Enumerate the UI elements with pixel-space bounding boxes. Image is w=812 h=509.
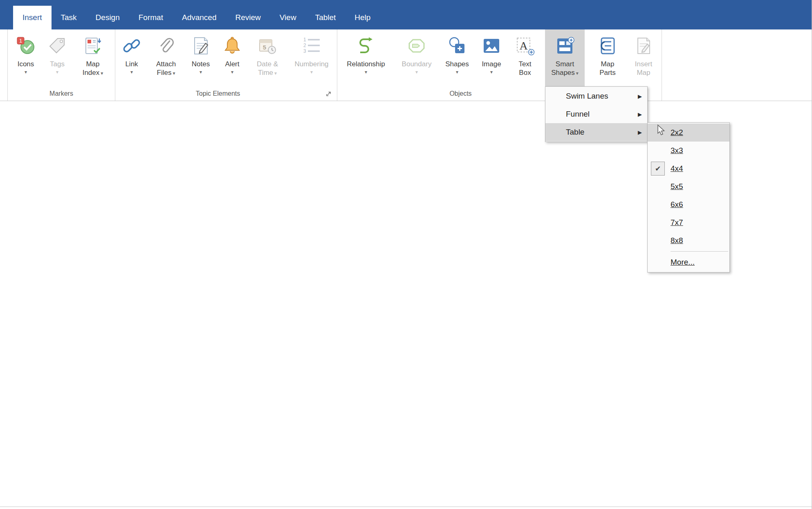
- ribbon-button-label: Map Parts: [599, 60, 616, 77]
- menu-item-table[interactable]: Table ▶: [545, 123, 647, 141]
- tab-insert[interactable]: Insert: [13, 6, 52, 29]
- ribbon-button-label: Boundary: [402, 60, 432, 68]
- ribbon-button-insert-map: Insert Map: [630, 29, 657, 86]
- numbering-icon: 123: [302, 36, 321, 56]
- ribbon-button-map-parts[interactable]: Map Parts: [592, 29, 623, 86]
- chevron-down-icon: ▾: [415, 69, 418, 75]
- ribbon-button-date-time: 5 Date & Time▾: [252, 29, 283, 86]
- ribbon-group-markers: 1 Icons ▾ Tags ▾ Map Index▾ Markers: [8, 29, 115, 101]
- ribbon-button-shapes[interactable]: Shapes ▾: [444, 29, 471, 86]
- chevron-down-icon: ▾: [576, 70, 579, 76]
- tab-format[interactable]: Format: [129, 6, 173, 29]
- submenu-item-5x5[interactable]: 5x5: [648, 178, 729, 196]
- ribbon-button-label: Notes: [192, 60, 210, 68]
- ribbon-button-boundary: Boundary ▾: [397, 29, 436, 86]
- link-icon: [122, 36, 141, 56]
- text-box-icon: A: [515, 36, 535, 56]
- tab-view[interactable]: View: [270, 6, 306, 29]
- chevron-down-icon: ▾: [365, 69, 367, 75]
- tab-help[interactable]: Help: [345, 6, 380, 29]
- svg-text:1: 1: [19, 38, 22, 44]
- submenu-item-8x8[interactable]: 8x8: [648, 232, 729, 250]
- submenu-arrow-icon: ▶: [638, 111, 642, 117]
- smart-shapes-icon: [555, 36, 575, 56]
- menu-item-swim-lanes[interactable]: Swim Lanes ▶: [545, 87, 647, 105]
- ribbon-spacer: [0, 29, 7, 101]
- boundary-icon: [407, 36, 426, 56]
- chevron-down-icon: ▾: [25, 69, 27, 75]
- chevron-down-icon: ▾: [200, 69, 202, 75]
- ribbon-button-label: Link: [125, 60, 138, 68]
- ribbon-button-label: Tags: [50, 60, 65, 68]
- ribbon-button-label: Date & Time▾: [257, 60, 278, 78]
- submenu-item-3x3[interactable]: 3x3: [648, 142, 729, 160]
- chevron-down-icon: ▾: [130, 69, 133, 75]
- table-size-submenu: 2x2 3x3 ✔ 4x4 5x5 6x6 7x7 8x8 More...: [647, 122, 730, 273]
- submenu-item-6x6[interactable]: 6x6: [648, 196, 729, 214]
- ribbon-button-label: Icons: [18, 60, 34, 68]
- tab-tablet[interactable]: Tablet: [306, 6, 345, 29]
- tab-task[interactable]: Task: [52, 6, 86, 29]
- ribbon-button-attach-files[interactable]: Attach Files▾: [151, 29, 181, 86]
- tab-design[interactable]: Design: [86, 6, 129, 29]
- chevron-down-icon: ▾: [231, 69, 233, 75]
- ribbon-button-label: Map Index▾: [83, 60, 103, 78]
- chevron-down-icon: ▾: [173, 70, 175, 76]
- shapes-icon: [447, 36, 467, 56]
- ribbon-group-topic-elements: Link ▾ Attach Files▾ Notes ▾ Alert ▾: [115, 29, 337, 101]
- group-divider: [662, 29, 662, 101]
- ribbon-button-label: Relationship: [347, 60, 385, 68]
- submenu-item-7x7[interactable]: 7x7: [648, 214, 729, 232]
- relationship-icon: [356, 36, 376, 56]
- map-parts-icon: [598, 36, 617, 56]
- ribbon-button-image[interactable]: Image ▾: [478, 29, 505, 86]
- ribbon-button-alert[interactable]: Alert ▾: [221, 29, 244, 86]
- ribbon-button-text-box[interactable]: A Text Box: [512, 29, 538, 86]
- ribbon-button-label: Alert: [225, 60, 240, 68]
- chevron-down-icon: ▾: [310, 69, 313, 75]
- icons-marker-icon: 1: [16, 36, 36, 56]
- tab-review[interactable]: Review: [226, 6, 270, 29]
- ribbon-button-icons[interactable]: 1 Icons ▾: [13, 29, 39, 86]
- menu-item-funnel[interactable]: Funnel ▶: [545, 105, 647, 123]
- image-icon: [482, 36, 501, 56]
- alert-bell-icon: [222, 36, 242, 56]
- notes-icon: [191, 36, 211, 56]
- tag-icon: [47, 36, 67, 56]
- ribbon-button-smart-shapes[interactable]: Smart Shapes▾: [545, 29, 585, 86]
- map-index-icon: [83, 36, 103, 56]
- ribbon-button-link[interactable]: Link ▾: [120, 29, 143, 86]
- calendar-clock-icon: 5: [258, 36, 277, 56]
- svg-text:A: A: [519, 39, 528, 52]
- svg-text:3: 3: [303, 48, 306, 54]
- submenu-arrow-icon: ▶: [638, 93, 642, 99]
- submenu-item-more[interactable]: More...: [648, 253, 729, 271]
- menubar: Insert Task Design Format Advanced Revie…: [0, 0, 812, 29]
- ribbon-button-label: Numbering: [294, 60, 328, 68]
- submenu-item-4x4[interactable]: ✔ 4x4: [648, 160, 729, 178]
- submenu-item-2x2[interactable]: 2x2: [648, 124, 729, 142]
- group-label-topic-elements: Topic Elements: [115, 90, 321, 97]
- checkmark-icon: ✔: [651, 162, 665, 176]
- smart-shapes-menu: Swim Lanes ▶ Funnel ▶ Table ▶: [545, 86, 648, 142]
- svg-text:1: 1: [303, 37, 306, 43]
- insert-map-icon: [634, 36, 653, 56]
- window-bottom-edge: [0, 507, 812, 507]
- ribbon-button-relationship[interactable]: Relationship ▾: [342, 29, 390, 86]
- svg-text:5: 5: [263, 44, 266, 51]
- ribbon-button-notes[interactable]: Notes ▾: [189, 29, 213, 86]
- chevron-down-icon: ▾: [490, 69, 493, 75]
- paperclip-icon: [156, 36, 176, 56]
- ribbon-button-map-index[interactable]: Map Index▾: [76, 29, 110, 86]
- ribbon-button-tags: Tags ▾: [44, 29, 71, 86]
- ribbon: 1 Icons ▾ Tags ▾ Map Index▾ Markers: [0, 29, 812, 101]
- ribbon-button-label: Attach Files▾: [156, 60, 176, 78]
- group-label-markers: Markers: [8, 90, 115, 97]
- ribbon-button-label: Image: [482, 60, 501, 68]
- svg-text:2: 2: [303, 43, 306, 48]
- ribbon-button-numbering: 123 Numbering ▾: [291, 29, 332, 86]
- chevron-down-icon: ▾: [101, 70, 103, 76]
- tab-advanced[interactable]: Advanced: [173, 6, 226, 29]
- dialog-launcher-icon[interactable]: [325, 90, 333, 98]
- chevron-down-icon: ▾: [56, 69, 58, 75]
